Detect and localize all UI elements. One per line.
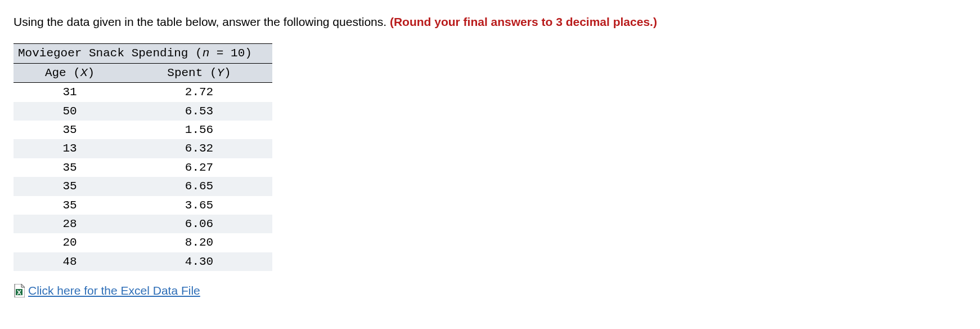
excel-file-icon xyxy=(14,284,25,297)
cell-age: 50 xyxy=(14,102,126,121)
cell-age: 35 xyxy=(14,177,126,195)
cell-spent: 2.72 xyxy=(126,83,272,102)
table-row: 35 1.56 xyxy=(14,121,272,139)
table-row: 13 6.32 xyxy=(14,139,272,158)
cell-age: 20 xyxy=(14,233,126,252)
question-prompt: Using the data given in the table below,… xyxy=(14,14,966,30)
question-emphasis-text: (Round your final answers to 3 decimal p… xyxy=(390,15,657,28)
table-body: 31 2.72 50 6.53 35 1.56 13 6.32 35 6.27 … xyxy=(14,83,272,271)
cell-age: 31 xyxy=(14,83,126,102)
table-row: 35 6.27 xyxy=(14,158,272,177)
cell-age: 13 xyxy=(14,139,126,158)
table-row: 20 8.20 xyxy=(14,233,272,252)
table-row: 48 4.30 xyxy=(14,252,272,271)
excel-file-link[interactable]: Click here for the Excel Data File xyxy=(28,282,200,299)
data-table: Moviegoer Snack Spending (n = 10) Age (X… xyxy=(14,43,272,271)
table-row: 50 6.53 xyxy=(14,102,272,121)
cell-spent: 3.65 xyxy=(126,196,272,215)
cell-spent: 6.53 xyxy=(126,102,272,121)
column-header-age: Age (X) xyxy=(14,63,126,82)
cell-spent: 6.06 xyxy=(126,215,272,233)
column-header-spent: Spent (Y) xyxy=(126,63,272,82)
cell-age: 48 xyxy=(14,252,126,271)
cell-spent: 6.32 xyxy=(126,139,272,158)
cell-spent: 4.30 xyxy=(126,252,272,271)
excel-file-link-row: Click here for the Excel Data File xyxy=(14,282,966,299)
table-title: Moviegoer Snack Spending (n = 10) xyxy=(14,44,272,63)
cell-spent: 6.27 xyxy=(126,158,272,177)
cell-age: 28 xyxy=(14,215,126,233)
cell-age: 35 xyxy=(14,158,126,177)
cell-spent: 8.20 xyxy=(126,233,272,252)
table-row: 31 2.72 xyxy=(14,83,272,102)
table-row: 35 6.65 xyxy=(14,177,272,195)
cell-spent: 6.65 xyxy=(126,177,272,195)
cell-age: 35 xyxy=(14,121,126,139)
table-row: 35 3.65 xyxy=(14,196,272,215)
question-intro-text: Using the data given in the table below,… xyxy=(14,15,390,28)
cell-spent: 1.56 xyxy=(126,121,272,139)
cell-age: 35 xyxy=(14,196,126,215)
table-row: 28 6.06 xyxy=(14,215,272,233)
